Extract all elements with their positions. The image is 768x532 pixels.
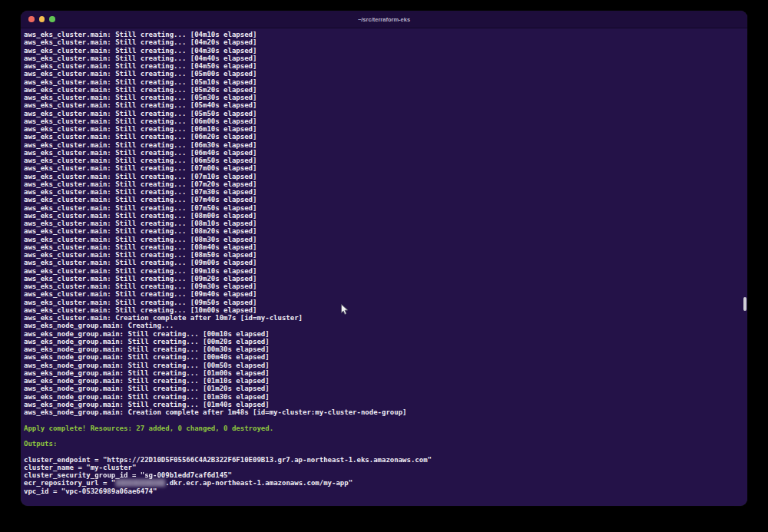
terminal-line: ecr_repository_url = "▒▒▒▒▒▒▒▒▒▒▒▒.dkr.e… [24, 479, 747, 487]
close-button[interactable] [28, 16, 35, 22]
terminal-text: 09b1edd7caf6d145" [161, 471, 232, 479]
terminal-line: aws_eks_cluster.main: Still creating... … [24, 110, 747, 117]
blurred-text: group_id = "sg-0 [94, 471, 161, 479]
terminal-line [24, 432, 747, 440]
terminal-line: aws_eks_cluster.main: Still creating... … [24, 173, 747, 180]
terminal-line: aws_eks_cluster.main: Still creating... … [24, 299, 747, 306]
terminal-line: aws_eks_cluster.main: Creation complete … [24, 314, 747, 322]
terminal-output[interactable]: aws_eks_cluster.main: Still creating... … [21, 28, 747, 495]
terminal-line: aws_eks_cluster.main: Still creating... … [24, 227, 747, 235]
terminal-line: aws_eks_cluster.main: Still creating... … [24, 70, 747, 78]
terminal-line [24, 416, 747, 424]
scrollbar-thumb[interactable] [743, 297, 746, 311]
terminal-line: aws_eks_cluster.main: Still creating... … [24, 267, 747, 275]
terminal-line: aws_eks_cluster.main: Still creating... … [24, 62, 747, 70]
window-title: ~/src/terraform-eks [21, 16, 747, 23]
terminal-line: aws_eks_node_group.main: Still creating.… [24, 345, 747, 353]
terminal-line: aws_eks_node_group.main: Creation comple… [24, 408, 747, 416]
traffic-lights [21, 16, 55, 22]
terminal-line: aws_eks_cluster.main: Still creating... … [24, 94, 747, 101]
terminal-line: aws_eks_cluster.main: Still creating... … [24, 47, 747, 55]
terminal-line: aws_eks_cluster.main: Still creating... … [24, 141, 747, 149]
terminal-line: aws_eks_cluster.main: Still creating... … [24, 101, 747, 109]
terminal-line: aws_eks_cluster.main: Still creating... … [24, 290, 747, 298]
terminal-line: aws_eks_cluster.main: Still creating... … [24, 212, 747, 220]
terminal-line: aws_eks_cluster.main: Still creating... … [24, 220, 747, 227]
terminal-line: aws_eks_cluster.main: Still creating... … [24, 117, 747, 125]
terminal-line [24, 448, 747, 455]
terminal-line: aws_eks_cluster.main: Still creating... … [24, 259, 747, 266]
terminal-line: aws_eks_cluster.main: Still creating... … [24, 236, 747, 243]
terminal-line: aws_eks_cluster.main: Still creating... … [24, 55, 747, 62]
minimize-button[interactable] [39, 16, 45, 22]
terminal-line: cluster_name = "my-cluster" [24, 464, 747, 471]
terminal-line: aws_eks_node_group.main: Still creating.… [24, 401, 747, 408]
terminal-text: .dkr.ecr.ap-northeast-1.amazonaws.com/my… [165, 479, 353, 487]
terminal-titlebar[interactable]: ~/src/terraform-eks [21, 11, 747, 28]
terminal-line: aws_eks_node_group.main: Still creating.… [24, 385, 747, 392]
terminal-line: aws_eks_cluster.main: Still creating... … [24, 204, 747, 212]
terminal-line: Apply complete! Resources: 27 added, 0 c… [24, 425, 747, 432]
terminal-line: aws_eks_cluster.main: Still creating... … [24, 38, 747, 46]
terminal-line: aws_eks_node_group.main: Still creating.… [24, 362, 747, 369]
terminal-line: aws_eks_cluster.main: Still creating... … [24, 243, 747, 251]
terminal-line: aws_eks_node_group.main: Still creating.… [24, 353, 747, 361]
terminal-line: aws_eks_cluster.main: Still creating... … [24, 251, 747, 259]
terminal-line: aws_eks_cluster.main: Still creating... … [24, 78, 747, 86]
terminal-line: aws_eks_node_group.main: Still creating.… [24, 330, 747, 338]
terminal-line: aws_eks_cluster.main: Still creating... … [24, 149, 747, 157]
terminal-line: vpc_id = "vpc-05326989a06ae6474" [24, 487, 747, 495]
terminal-line: aws_eks_cluster.main: Still creating... … [24, 306, 747, 314]
terminal-text: ecr_repository_url = " [24, 479, 115, 487]
terminal-line: Outputs: [24, 440, 747, 448]
terminal-window: ~/src/terraform-eks aws_eks_cluster.main… [21, 11, 747, 506]
terminal-line: aws_eks_node_group.main: Still creating.… [24, 338, 747, 345]
terminal-line: aws_eks_cluster.main: Still creating... … [24, 157, 747, 164]
terminal-line: aws_eks_node_group.main: Still creating.… [24, 393, 747, 401]
terminal-line: aws_eks_node_group.main: Still creating.… [24, 377, 747, 385]
terminal-line: cluster_endpoint = "https://22D10D5F0556… [24, 456, 747, 464]
terminal-line: aws_eks_cluster.main: Still creating... … [24, 196, 747, 203]
terminal-line: aws_eks_cluster.main: Still creating... … [24, 125, 747, 133]
terminal-line: aws_eks_cluster.main: Still creating... … [24, 180, 747, 188]
terminal-line: aws_eks_cluster.main: Still creating... … [24, 275, 747, 283]
terminal-line: aws_eks_node_group.main: Creating... [24, 322, 747, 329]
terminal-line: aws_eks_cluster.main: Still creating... … [24, 31, 747, 38]
terminal-line: aws_eks_cluster.main: Still creating... … [24, 283, 747, 290]
terminal-line: aws_eks_cluster.main: Still creating... … [24, 133, 747, 140]
terminal-line: aws_eks_node_group.main: Still creating.… [24, 369, 747, 377]
terminal-line: aws_eks_cluster.main: Still creating... … [24, 86, 747, 94]
zoom-button[interactable] [49, 16, 55, 22]
terminal-line: aws_eks_cluster.main: Still creating... … [24, 164, 747, 172]
terminal-line: aws_eks_cluster.main: Still creating... … [24, 188, 747, 196]
terminal-text: cluster_security_ [24, 471, 94, 479]
redacted-text: ▒▒▒▒▒▒▒▒▒▒▒▒ [115, 479, 165, 487]
desktop-background: ~/src/terraform-eks aws_eks_cluster.main… [0, 0, 768, 532]
terminal-line: cluster_security_group_id = "sg-009b1edd… [24, 471, 747, 479]
